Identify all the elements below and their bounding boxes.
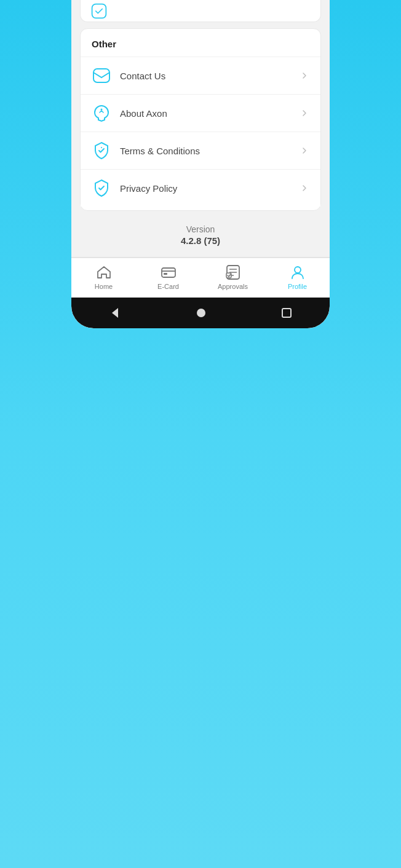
svg-rect-15: [282, 309, 291, 317]
home-icon: [96, 264, 112, 280]
nav-item-ecard[interactable]: E-Card: [136, 264, 200, 290]
contact-us-label: Contact Us: [120, 71, 300, 81]
svg-rect-11: [226, 273, 231, 278]
version-number: 4.2.8 (75): [71, 235, 330, 246]
android-recents-button[interactable]: [280, 307, 293, 319]
version-section: Version 4.2.8 (75): [71, 211, 330, 257]
svg-point-12: [295, 267, 301, 273]
nav-item-profile[interactable]: Profile: [265, 264, 330, 290]
svg-point-2: [101, 109, 103, 111]
chevron-right-icon-2: [300, 108, 309, 118]
privacy-icon: [92, 178, 111, 198]
android-back-button[interactable]: [108, 306, 122, 320]
menu-item-about-axon[interactable]: About Axon: [81, 94, 320, 132]
svg-marker-13: [112, 308, 118, 318]
nav-ecard-label: E-Card: [157, 283, 179, 290]
chevron-right-icon-4: [300, 183, 309, 193]
svg-point-3: [101, 147, 102, 148]
about-axon-label: About Axon: [120, 108, 300, 119]
svg-rect-0: [92, 4, 106, 18]
ecard-icon: [161, 264, 177, 280]
other-section: Other Contact Us About Axon: [80, 28, 321, 211]
nav-home-label: Home: [95, 283, 113, 290]
profile-icon: [290, 264, 306, 280]
terms-icon: [92, 141, 111, 160]
nav-item-approvals[interactable]: Approvals: [200, 264, 265, 290]
svg-rect-6: [164, 273, 167, 275]
menu-item-contact-us[interactable]: Contact Us: [81, 57, 320, 94]
svg-rect-4: [162, 268, 175, 277]
about-axon-icon: [92, 103, 111, 123]
phone-wrapper: Other Contact Us About Axon: [71, 0, 330, 328]
bottom-nav: Home E-Card: [71, 258, 330, 298]
section-title: Other: [81, 39, 320, 57]
terms-label: Terms & Conditions: [120, 146, 300, 156]
version-label: Version: [71, 224, 330, 234]
contact-us-icon: [92, 66, 111, 85]
android-home-button[interactable]: [196, 307, 207, 318]
svg-rect-1: [93, 69, 109, 82]
partial-icon: [90, 2, 108, 20]
nav-profile-label: Profile: [288, 283, 307, 290]
approvals-icon: [225, 264, 241, 280]
top-partial-card: [80, 0, 321, 22]
chevron-right-icon: [300, 71, 309, 81]
nav-approvals-label: Approvals: [218, 283, 248, 290]
chevron-right-icon-3: [300, 146, 309, 156]
menu-item-privacy[interactable]: Privacy Policy: [81, 169, 320, 207]
android-nav-bar: [71, 298, 330, 328]
privacy-label: Privacy Policy: [120, 183, 300, 194]
phone-screen: Other Contact Us About Axon: [71, 0, 330, 328]
nav-item-home[interactable]: Home: [71, 264, 136, 290]
menu-item-terms[interactable]: Terms & Conditions: [81, 132, 320, 169]
svg-point-14: [197, 309, 205, 317]
